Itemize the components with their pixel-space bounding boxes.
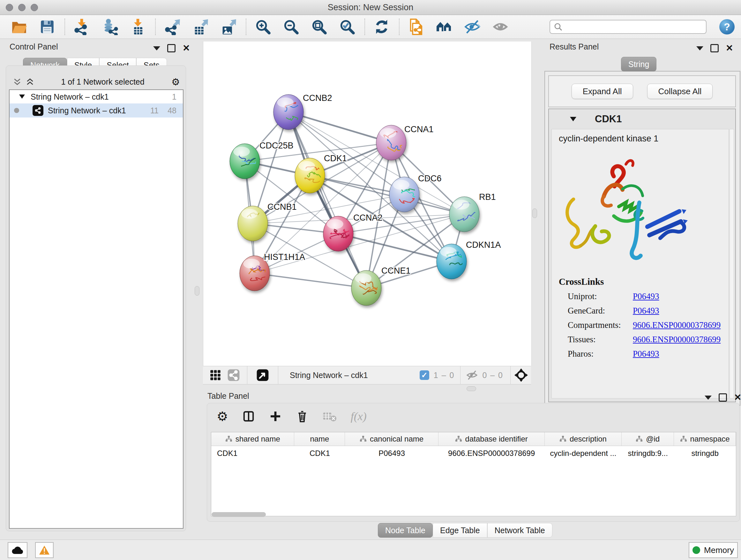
- control-panel-menu-icon[interactable]: [153, 46, 160, 51]
- share-file-button[interactable]: [408, 18, 424, 36]
- column-header-database-identifier[interactable]: database identifier: [439, 432, 545, 446]
- delete-column-icon[interactable]: [296, 410, 309, 423]
- import-table-button[interactable]: [130, 18, 146, 36]
- selected-checkbox[interactable]: ✓: [420, 370, 429, 380]
- crosslink-link[interactable]: 9606.ENSP00000378699: [633, 320, 721, 330]
- edge-count: 48: [167, 106, 177, 115]
- tab-string[interactable]: String: [621, 57, 657, 71]
- table-header-row: shared namenamecanonical namedatabase id…: [211, 432, 736, 446]
- add-column-icon[interactable]: [269, 410, 282, 423]
- select-columns-icon[interactable]: [242, 410, 255, 423]
- results-panel-close-icon[interactable]: ✕: [726, 45, 733, 51]
- refresh-icon: [374, 18, 390, 36]
- tab-node-table[interactable]: Node Table: [378, 523, 433, 538]
- table-horizontal-scrollbar-thumb[interactable]: [212, 512, 266, 517]
- show-all-button[interactable]: [492, 18, 509, 36]
- warning-button[interactable]: [35, 542, 54, 558]
- fit-selection-icon[interactable]: [514, 368, 529, 382]
- search-input[interactable]: [565, 22, 702, 32]
- column-header-namespace[interactable]: namespace: [674, 432, 736, 446]
- tab-edge-table[interactable]: Edge Table: [433, 523, 487, 538]
- search-box[interactable]: [549, 20, 706, 34]
- crosslink-link[interactable]: P06493: [633, 306, 659, 316]
- home-button[interactable]: [436, 18, 453, 36]
- network-node-RB1[interactable]: [449, 197, 490, 232]
- network-options-gear-icon[interactable]: ⚙: [172, 76, 180, 87]
- node-label-CDKN1A: CDKN1A: [466, 240, 501, 250]
- column-header-description[interactable]: description: [545, 432, 622, 446]
- network-edge-CCNB2-CCNA1[interactable]: [288, 112, 391, 143]
- network-node-CDK1[interactable]: [295, 158, 331, 193]
- results-panel-title: Results Panel: [549, 42, 599, 51]
- column-type-icon: [360, 435, 367, 442]
- table-panel-menu-icon[interactable]: [704, 395, 712, 400]
- node-label-CDK1: CDK1: [324, 153, 347, 163]
- memory-button[interactable]: Memory: [689, 542, 738, 558]
- network-collection-row[interactable]: String Network – cdk1 1: [10, 90, 183, 104]
- export-image-icon: [220, 18, 237, 35]
- import-network-button[interactable]: [73, 18, 90, 36]
- crosslink-link[interactable]: 9606.ENSP00000378699: [633, 334, 721, 345]
- share-file-icon: [408, 18, 424, 35]
- control-panel-float-icon[interactable]: [167, 44, 176, 52]
- node-label-CCNE1: CCNE1: [381, 266, 411, 275]
- save-session-button[interactable]: [39, 18, 56, 36]
- left-splitter-handle[interactable]: [195, 286, 199, 296]
- node-section-header[interactable]: CDK1: [549, 109, 735, 129]
- column-header-canonical-name[interactable]: canonical name: [345, 432, 438, 446]
- zoom-selected-button[interactable]: [339, 18, 355, 36]
- import-network-icon: [73, 18, 90, 35]
- table-panel-close-icon[interactable]: ✕: [734, 394, 741, 401]
- cell-database-identifier: 9606.ENSP00000378699: [439, 449, 545, 458]
- help-button[interactable]: ?: [719, 19, 735, 35]
- open-session-button[interactable]: [11, 18, 27, 36]
- control-panel-close-icon[interactable]: ✕: [183, 45, 190, 51]
- network-edge-HIST1H1A-CCNE1[interactable]: [255, 273, 366, 288]
- grid-view-icon[interactable]: [209, 368, 222, 382]
- results-panel-float-icon[interactable]: [711, 44, 719, 52]
- hidden-eye-icon[interactable]: [466, 369, 478, 381]
- network-node-CCNB1[interactable]: [238, 206, 268, 241]
- column-header-name[interactable]: name: [294, 432, 345, 446]
- network-canvas[interactable]: CCNB2CCNA1CDC25BCDK1CDC6RB1CCNB1CCNA2CDK…: [203, 42, 532, 366]
- results-panel-menu-icon[interactable]: [696, 46, 703, 51]
- crosslink-link[interactable]: P06493: [633, 349, 659, 359]
- section-disclosure-icon[interactable]: [570, 117, 576, 122]
- cloud-button[interactable]: [8, 542, 27, 558]
- network-view-icon[interactable]: [226, 368, 241, 382]
- hide-selected-button[interactable]: [464, 18, 481, 36]
- open-view-icon[interactable]: [256, 368, 270, 382]
- crosslink-link[interactable]: P06493: [633, 292, 659, 301]
- table-row[interactable]: CDK1CDK1P064939606.ENSP00000378699cyclin…: [211, 446, 736, 461]
- column-label: name: [310, 435, 329, 443]
- crosslink-label: GeneCard:: [559, 306, 633, 316]
- collapse-all-icon[interactable]: [13, 78, 21, 86]
- toolbar-separator: [64, 18, 65, 35]
- collapse-all-button[interactable]: Collapse All: [647, 84, 713, 99]
- expand-all-button[interactable]: Expand All: [571, 84, 633, 99]
- right-splitter-handle[interactable]: [532, 208, 537, 218]
- export-network-button[interactable]: [164, 18, 181, 36]
- eye-icon: [492, 18, 509, 35]
- node-result-section: CDK1 cyclin-dependent kinase 1: [548, 109, 736, 402]
- collection-disclosure-icon[interactable]: [19, 95, 25, 99]
- zoom-in-button[interactable]: [255, 18, 271, 36]
- table-panel-float-icon[interactable]: [719, 393, 727, 401]
- results-scrollbar[interactable]: [730, 129, 734, 398]
- column-header-shared-name[interactable]: shared name: [211, 432, 294, 446]
- network-row[interactable]: String Network – cdk1 11 48: [10, 104, 183, 118]
- import-database-button[interactable]: [102, 18, 118, 36]
- zoom-fit-button[interactable]: [311, 18, 327, 36]
- export-table-button[interactable]: [192, 18, 209, 36]
- table-options-gear-icon[interactable]: ⚙: [217, 409, 228, 424]
- column-header-@id[interactable]: @id: [622, 432, 674, 446]
- expand-all-icon[interactable]: [26, 78, 34, 86]
- crosslink-row: Tissues:9606.ENSP00000378699: [559, 334, 729, 345]
- tab-network-table[interactable]: Network Table: [487, 523, 552, 538]
- refresh-button[interactable]: [374, 18, 390, 36]
- memory-label: Memory: [704, 545, 734, 555]
- crosslink-label: Compartments:: [559, 320, 633, 330]
- zoom-out-button[interactable]: [283, 18, 299, 36]
- string-network-icon: [32, 105, 44, 116]
- export-image-button[interactable]: [220, 18, 237, 36]
